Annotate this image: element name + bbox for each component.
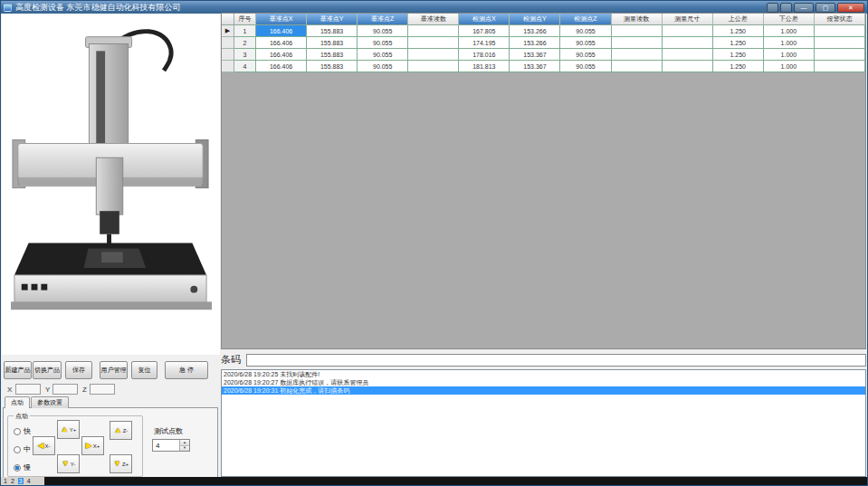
- user-management-button[interactable]: 用户管理: [100, 361, 128, 379]
- column-header[interactable]: 报警状态: [815, 14, 865, 25]
- status-page-number[interactable]: 2: [11, 478, 14, 484]
- reset-button[interactable]: 复位: [131, 361, 157, 379]
- table-cell[interactable]: [408, 49, 459, 61]
- table-cell[interactable]: [663, 61, 713, 72]
- z-position-field[interactable]: [90, 384, 115, 395]
- table-cell[interactable]: 155.883: [307, 49, 358, 61]
- table-cell[interactable]: [612, 25, 663, 37]
- table-row[interactable]: ▶1166.406155.88390.055167.805153.26690.0…: [222, 25, 865, 37]
- table-cell[interactable]: 90.055: [560, 37, 611, 49]
- table-cell[interactable]: 153.266: [510, 25, 560, 37]
- table-cell[interactable]: [663, 37, 713, 49]
- column-header[interactable]: 测量尺寸: [663, 14, 713, 25]
- table-cell[interactable]: 166.406: [256, 61, 307, 72]
- row-header-cell[interactable]: [222, 49, 234, 61]
- column-header[interactable]: 基准读数: [408, 14, 459, 25]
- table-cell[interactable]: 1.000: [764, 49, 815, 61]
- table-row[interactable]: 4166.406155.88390.055181.813153.36790.05…: [222, 61, 865, 72]
- row-header-cell[interactable]: [222, 61, 234, 72]
- tab-parameter-settings[interactable]: 参数设置: [31, 396, 69, 408]
- table-cell[interactable]: 1.000: [764, 61, 815, 72]
- column-header[interactable]: 基准点Z: [358, 14, 408, 25]
- table-cell[interactable]: 153.367: [510, 61, 560, 72]
- table-cell[interactable]: 153.266: [510, 37, 560, 49]
- table-cell[interactable]: 153.367: [510, 49, 560, 61]
- table-cell[interactable]: 167.805: [459, 25, 510, 37]
- table-cell[interactable]: [815, 37, 865, 49]
- jog-x-minus-button[interactable]: ◀ X-: [33, 436, 55, 455]
- table-cell[interactable]: [612, 49, 663, 61]
- table-cell[interactable]: 155.883: [307, 25, 358, 37]
- test-points-stepper[interactable]: 4 ▲ ▼: [152, 439, 190, 452]
- new-product-button[interactable]: 新建产品: [4, 361, 32, 379]
- table-cell[interactable]: 90.055: [358, 61, 408, 72]
- table-cell[interactable]: 155.883: [307, 61, 358, 72]
- table-cell[interactable]: 166.406: [256, 49, 307, 61]
- speed-option-fast[interactable]: 快: [14, 426, 31, 436]
- stepper-down-icon[interactable]: ▼: [180, 445, 189, 452]
- index-column-header[interactable]: 序号: [234, 14, 256, 25]
- table-cell[interactable]: 178.016: [459, 49, 510, 61]
- status-page-number[interactable]: 1: [4, 478, 7, 484]
- row-header-cell[interactable]: [222, 37, 234, 49]
- table-cell[interactable]: 1.000: [764, 37, 815, 49]
- table-cell[interactable]: [815, 49, 865, 61]
- x-position-field[interactable]: [15, 384, 41, 395]
- table-cell[interactable]: [815, 61, 865, 72]
- table-cell[interactable]: [408, 25, 459, 37]
- column-header[interactable]: 基准点Y: [307, 14, 358, 25]
- table-cell[interactable]: 1.000: [764, 25, 815, 37]
- column-header[interactable]: 上公差: [713, 14, 764, 25]
- table-row[interactable]: 3166.406155.88390.055178.016153.36790.05…: [222, 49, 865, 61]
- column-header[interactable]: 检测点X: [459, 14, 510, 25]
- table-cell[interactable]: 1.250: [713, 25, 764, 37]
- table-cell[interactable]: 90.055: [560, 49, 611, 61]
- jog-z-plus-button[interactable]: ▼ Z+: [110, 454, 132, 473]
- table-cell[interactable]: 181.813: [459, 61, 510, 72]
- data-grid[interactable]: 序号基准点X基准点Y基准点Z基准读数检测点X检测点Y检测点Z测量读数测量尺寸上公…: [221, 13, 866, 349]
- table-cell[interactable]: 166.406: [256, 37, 307, 49]
- status-page-number[interactable]: 3: [18, 478, 24, 484]
- table-cell[interactable]: 1.250: [713, 49, 764, 61]
- jog-x-plus-button[interactable]: ▶ X+: [81, 436, 104, 455]
- log-line[interactable]: 2020/6/28 19:20:27 数据库执行错误，请联系管理员: [222, 378, 865, 386]
- tab-jog[interactable]: 点动: [5, 396, 30, 408]
- log-line[interactable]: 2020/6/28 19:20:31 初始化完成，请扫描条码: [222, 386, 865, 395]
- titlebar-extra-button[interactable]: [780, 3, 792, 13]
- y-position-field[interactable]: [52, 384, 78, 395]
- column-header[interactable]: 测量读数: [612, 14, 663, 25]
- table-cell[interactable]: [815, 25, 865, 37]
- save-button[interactable]: 保存: [65, 361, 92, 379]
- switch-product-button[interactable]: 切换产品: [33, 361, 62, 379]
- maximize-button[interactable]: ▢: [816, 3, 835, 13]
- column-header[interactable]: 下公差: [764, 14, 815, 25]
- table-cell[interactable]: 1.250: [713, 37, 764, 49]
- table-cell[interactable]: 90.055: [358, 37, 408, 49]
- table-cell[interactable]: 90.055: [358, 25, 408, 37]
- table-cell[interactable]: 90.055: [560, 61, 611, 72]
- barcode-input[interactable]: [246, 354, 866, 367]
- table-cell[interactable]: 1.250: [713, 61, 764, 72]
- table-cell[interactable]: [408, 61, 459, 72]
- table-cell[interactable]: [612, 37, 663, 49]
- table-cell[interactable]: 90.055: [358, 49, 408, 61]
- table-cell[interactable]: [663, 25, 713, 37]
- table-cell[interactable]: [663, 49, 713, 61]
- speed-option-slow[interactable]: 慢: [14, 462, 31, 472]
- jog-y-minus-button[interactable]: ▼ Y-: [57, 454, 80, 473]
- speed-option-medium[interactable]: 中: [14, 444, 31, 454]
- row-header-cell[interactable]: ▶: [222, 25, 234, 37]
- log-line[interactable]: 2020/6/28 19:20:25 未找到该配件!: [222, 370, 865, 378]
- column-header[interactable]: 检测点Y: [510, 14, 560, 25]
- table-row[interactable]: 2166.406155.88390.055174.195153.26690.05…: [222, 37, 865, 49]
- jog-y-plus-button[interactable]: ▲ Y+: [57, 420, 80, 439]
- table-cell[interactable]: 90.055: [560, 25, 611, 37]
- emergency-stop-button[interactable]: 急 停: [165, 361, 208, 379]
- column-header[interactable]: 检测点Z: [560, 14, 611, 25]
- log-list[interactable]: 2020/6/28 19:20:25 未找到该配件!2020/6/28 19:2…: [221, 369, 866, 477]
- titlebar-extra-button[interactable]: [767, 3, 778, 13]
- minimize-button[interactable]: —: [794, 3, 814, 13]
- selected-cell[interactable]: 166.406: [256, 25, 307, 37]
- table-cell[interactable]: [612, 61, 663, 72]
- table-cell[interactable]: 155.883: [307, 37, 358, 49]
